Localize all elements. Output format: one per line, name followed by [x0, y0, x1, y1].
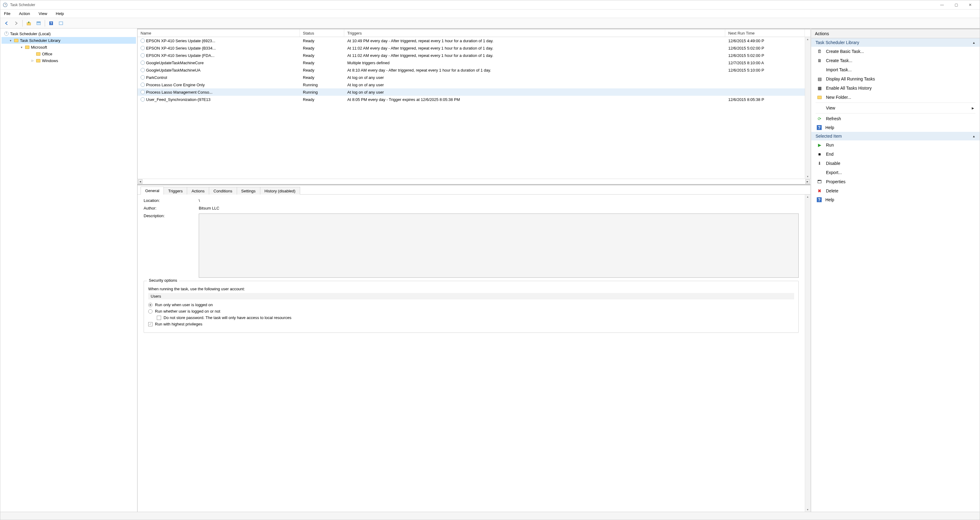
description-label: Description: [144, 214, 199, 218]
tree-pane[interactable]: Task Scheduler (Local) ▾ Task Scheduler … [0, 29, 137, 512]
checkbox-no-password[interactable]: Do not store password. The task will onl… [157, 315, 794, 320]
tab-settings[interactable]: Settings [237, 187, 260, 195]
tree-office[interactable]: Office [2, 51, 136, 57]
actions-section-library[interactable]: Task Scheduler Library ▲ [811, 38, 980, 47]
table-row[interactable]: User_Feed_Synchronization-{97E13ReadyAt … [137, 96, 805, 103]
col-header-triggers[interactable]: Triggers [344, 29, 725, 37]
action-export[interactable]: Export... [811, 168, 980, 177]
tab-triggers[interactable]: Triggers [164, 187, 187, 195]
security-when-running: When running the task, use the following… [148, 287, 794, 291]
tab-history[interactable]: History (disabled) [260, 187, 300, 195]
checkbox-highest-label: Run with highest privileges [155, 322, 202, 327]
action-properties[interactable]: 🗔Properties [811, 177, 980, 186]
action-label: Create Basic Task... [826, 49, 864, 54]
folder-icon [25, 44, 30, 49]
action-run[interactable]: ▶Run [811, 140, 980, 150]
status-bar [0, 512, 980, 520]
task-triggers: At log on of any user [344, 82, 725, 87]
action-label: Enable All Tasks History [826, 86, 872, 90]
menu-view[interactable]: View [37, 11, 48, 16]
tab-conditions[interactable]: Conditions [209, 187, 237, 195]
table-row[interactable]: ParkControlReadyAt log on of any user [137, 74, 805, 81]
action-delete[interactable]: ✖Delete [811, 186, 980, 195]
task-list-h-scrollbar[interactable]: ◂▸ [137, 179, 810, 184]
delete-icon: ✖ [817, 188, 822, 193]
tab-actions[interactable]: Actions [187, 187, 209, 195]
task-next-run: 12/6/2015 5:02:00 P [725, 46, 805, 51]
table-row[interactable]: EPSON XP-410 Series Update {FDA...ReadyA… [137, 52, 805, 59]
action-enable-history[interactable]: ▦Enable All Tasks History [811, 84, 980, 93]
radio-icon [148, 303, 153, 307]
close-button[interactable]: ✕ [963, 0, 977, 10]
details-scrollbar[interactable]: ▴▾ [805, 195, 810, 512]
action-new-folder[interactable]: New Folder... [811, 93, 980, 102]
task-icon [140, 90, 145, 94]
tree-windows[interactable]: ▷ Windows [2, 57, 136, 64]
collapse-icon[interactable]: ▲ [972, 41, 975, 44]
table-row[interactable]: GoogleUpdateTaskMachineUAReadyAt 8:10 AM… [137, 67, 805, 74]
table-row[interactable]: Process Lasso Management Conso...Running… [137, 89, 805, 96]
actions-section-selected[interactable]: Selected Item ▲ [811, 132, 980, 140]
app-window: Task Scheduler — ▢ ✕ File Action View He… [0, 0, 980, 520]
col-header-status[interactable]: Status [300, 29, 344, 37]
radio-run-whether[interactable]: Run whether user is logged on or not [148, 309, 794, 314]
col-header-next-run[interactable]: Next Run Time [725, 29, 805, 37]
table-row[interactable]: GoogleUpdateTaskMachineCoreReadyMultiple… [137, 59, 805, 67]
chevron-down-icon[interactable]: ▾ [19, 46, 24, 49]
action-help-2[interactable]: ?Help [811, 195, 980, 204]
location-value: \ [199, 198, 799, 203]
collapse-icon[interactable]: ▲ [972, 135, 975, 138]
action-label: Help [825, 197, 834, 202]
task-table-body[interactable]: EPSON XP-410 Series Update {6923...Ready… [137, 37, 805, 179]
task-icon [140, 46, 145, 50]
action-end[interactable]: ■End [811, 150, 980, 159]
menu-action[interactable]: Action [18, 11, 31, 16]
maximize-button[interactable]: ▢ [949, 0, 963, 10]
minimize-button[interactable]: — [935, 0, 949, 10]
table-row[interactable]: EPSON XP-410 Series Update {B334...Ready… [137, 44, 805, 52]
action-help[interactable]: ?Help [811, 123, 980, 132]
task-triggers: At 8:05 PM every day - Trigger expires a… [344, 97, 725, 102]
action-label: Disable [826, 161, 840, 166]
action-label: New Folder... [826, 95, 851, 100]
task-next-run: 12/7/2015 8:10:00 A [725, 60, 805, 65]
tree-library[interactable]: ▾ Task Scheduler Library [2, 37, 136, 44]
toolbar-button-6[interactable] [57, 19, 65, 27]
task-list-scrollbar[interactable]: ▴▾ [805, 37, 810, 179]
menu-help[interactable]: Help [54, 11, 65, 16]
task-details-pane: General Triggers Actions Conditions Sett… [137, 184, 810, 512]
action-view[interactable]: View▶ [811, 103, 980, 113]
action-label: Display All Running Tasks [826, 76, 875, 81]
nav-back-button[interactable] [2, 19, 11, 27]
action-create-task[interactable]: 🗎Create Task... [811, 56, 980, 65]
tree-microsoft[interactable]: ▾ Microsoft [2, 44, 136, 51]
title-bar: Task Scheduler — ▢ ✕ [0, 0, 980, 10]
chevron-right-icon[interactable]: ▷ [30, 59, 35, 62]
nav-forward-button[interactable] [12, 19, 21, 27]
task-icon [140, 75, 145, 79]
up-level-button[interactable] [24, 19, 33, 27]
toolbar-separator [22, 20, 23, 27]
table-row[interactable]: Process Lasso Core Engine OnlyRunningAt … [137, 81, 805, 89]
description-box[interactable] [199, 214, 799, 278]
action-disable[interactable]: ⬇Disable [811, 159, 980, 168]
actions-pane: Actions Task Scheduler Library ▲ 🗓Create… [811, 29, 980, 512]
action-display-running[interactable]: ▤Display All Running Tasks [811, 75, 980, 84]
table-row[interactable]: EPSON XP-410 Series Update {6923...Ready… [137, 37, 805, 44]
action-create-basic-task[interactable]: 🗓Create Basic Task... [811, 47, 980, 56]
action-import-task[interactable]: Import Task... [811, 65, 980, 75]
task-next-run: 12/6/2015 4:49:00 P [725, 38, 805, 43]
list-icon: ▤ [817, 76, 822, 82]
chevron-down-icon[interactable]: ▾ [8, 39, 13, 42]
wizard-icon: 🗓 [817, 49, 822, 54]
col-header-name[interactable]: Name [137, 29, 300, 37]
radio-run-logged-on[interactable]: Run only when user is logged on [148, 303, 794, 307]
tree-root[interactable]: Task Scheduler (Local) [2, 30, 136, 37]
toolbar-button-4[interactable] [34, 19, 43, 27]
tab-general[interactable]: General [140, 187, 164, 195]
menu-file[interactable]: File [3, 11, 12, 16]
help-toolbar-button[interactable]: ? [47, 19, 56, 27]
svg-text:?: ? [50, 21, 52, 25]
action-refresh[interactable]: ⟳Refresh [811, 114, 980, 123]
checkbox-highest-privileges[interactable]: Run with highest privileges [148, 322, 794, 327]
